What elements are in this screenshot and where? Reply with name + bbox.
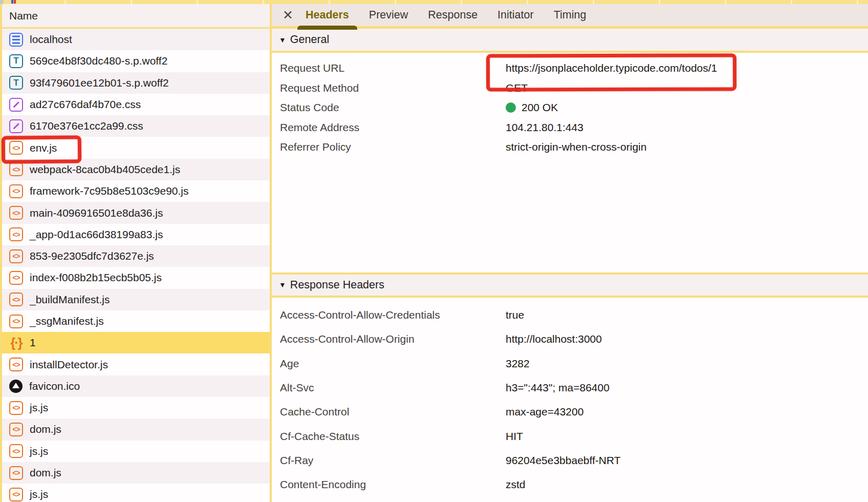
request-row-js[interactable]: <> framework-7c95b8e5103c9e90.js <box>2 180 270 202</box>
name-column-header[interactable]: Name <box>2 4 270 29</box>
general-section-header[interactable]: ▼ General <box>272 29 868 53</box>
json-fetch-icon: {·} <box>9 336 23 350</box>
header-row: Age 3282 <box>272 351 868 375</box>
script-icon: <> <box>9 292 23 306</box>
font-file-icon: T <box>9 76 23 90</box>
network-overview-strip[interactable] <box>0 0 868 4</box>
request-row-favicon[interactable]: favicon.ico <box>2 375 270 397</box>
request-row-js[interactable]: <> main-4096916501e8da36.js <box>2 202 270 223</box>
request-row-woff2[interactable]: T 569ce4b8f30dc480-s.p.woff2 <box>2 50 270 72</box>
request-row-js[interactable]: <> js.js <box>2 397 270 419</box>
script-icon: <> <box>9 488 23 501</box>
request-details-panel: ✕ Headers Preview Response Initiator Tim… <box>272 4 868 502</box>
script-icon: <> <box>9 358 23 371</box>
disclosure-triangle-icon: ▼ <box>279 36 286 44</box>
header-row: Access-Control-Allow-Origin http://local… <box>272 327 868 351</box>
request-name: ad27c676daf4b70e.css <box>30 98 141 111</box>
request-row-js[interactable]: <> _ssgManifest.js <box>2 310 270 332</box>
request-name: localhost <box>30 33 72 46</box>
request-row-js[interactable]: <> js.js <box>2 484 270 502</box>
request-row-js[interactable]: <> _app-0d1ac66d38199a83.js <box>2 224 270 245</box>
request-row-env-js[interactable]: <> env.js <box>2 137 270 158</box>
request-name: webpack-8cac0b4b405cede1.js <box>30 163 180 176</box>
request-name: 853-9e2305dfc7d3627e.js <box>30 250 154 262</box>
general-section-body: Request URL https://jsonplaceholder.typi… <box>272 53 868 157</box>
request-row-js[interactable]: <> 853-9e2305dfc7d3627e.js <box>2 245 270 267</box>
request-row-css[interactable]: 6170e376e1cc2a99.css <box>2 115 270 137</box>
script-icon: <> <box>9 206 23 220</box>
request-name: _ssgManifest.js <box>30 315 104 327</box>
general-section-title: General <box>290 33 330 46</box>
header-row: Access-Control-Allow-Credentials true <box>272 303 868 327</box>
details-tab-bar: ✕ Headers Preview Response Initiator Tim… <box>272 4 868 29</box>
header-row: Cf-Cache-Status HIT <box>272 424 868 448</box>
request-name: 93f479601ee12b01-s.p.woff2 <box>30 77 169 89</box>
devtools-network-panel: Name localhost T 569ce4b8f30dc480-s.p.wo… <box>0 0 868 502</box>
request-url-value: https://jsonplaceholder.typicode.com/tod… <box>506 62 717 74</box>
requests-list: localhost T 569ce4b8f30dc480-s.p.woff2 T… <box>2 29 270 502</box>
script-icon: <> <box>9 466 23 480</box>
request-row-localhost[interactable]: localhost <box>2 29 270 50</box>
document-icon <box>9 33 23 47</box>
script-icon: <> <box>9 271 23 285</box>
favicon-image-icon <box>9 380 23 393</box>
script-icon: <> <box>9 315 23 328</box>
request-name: 569ce4b8f30dc480-s.p.woff2 <box>30 55 167 67</box>
header-row-request-method: Request Method GET <box>272 78 868 98</box>
overview-red-tick <box>14 0 16 4</box>
request-row-1-selected[interactable]: {·} 1 <box>2 332 270 353</box>
disclosure-triangle-icon: ▼ <box>279 281 286 289</box>
script-icon: <> <box>9 444 23 458</box>
request-row-js[interactable]: <> dom.js <box>2 419 270 440</box>
script-icon: <> <box>9 401 23 415</box>
request-name: _buildManifest.js <box>30 294 110 306</box>
request-row-js[interactable]: <> installDetector.js <box>2 353 270 375</box>
request-name: main-4096916501e8da36.js <box>30 207 163 219</box>
tab-preview[interactable]: Preview <box>369 8 408 23</box>
request-name: 6170e376e1cc2a99.css <box>30 120 143 132</box>
overview-blue-tick <box>11 0 13 4</box>
request-name: installDetector.js <box>30 359 108 371</box>
request-row-js[interactable]: <> js.js <box>2 441 270 462</box>
request-row-js[interactable]: <> index-f008b2b15ecb5b05.js <box>2 267 270 288</box>
script-icon: <> <box>9 423 23 436</box>
request-name: js.js <box>30 488 48 500</box>
tab-response[interactable]: Response <box>428 8 478 23</box>
script-icon: <> <box>9 162 23 176</box>
script-icon: <> <box>9 184 23 198</box>
header-row: Cache-Control max-age=43200 <box>272 400 868 424</box>
tab-headers[interactable]: Headers <box>306 8 349 23</box>
script-icon: <> <box>9 227 23 241</box>
header-row: Alt-Svc h3=":443"; ma=86400 <box>272 375 868 400</box>
header-row: Cf-Ray 96204e5e3bbaebff-NRT <box>272 448 868 472</box>
tab-initiator[interactable]: Initiator <box>497 8 534 23</box>
request-name: js.js <box>30 402 48 414</box>
header-row-request-url: Request URL https://jsonplaceholder.typi… <box>272 58 868 78</box>
request-name: framework-7c95b8e5103c9e90.js <box>30 185 189 197</box>
request-row-css[interactable]: ad27c676daf4b70e.css <box>2 94 270 115</box>
status-ok-dot <box>506 102 516 113</box>
stylesheet-icon <box>9 119 23 133</box>
close-icon[interactable]: ✕ <box>283 9 293 22</box>
response-headers-section-header[interactable]: ▼ Response Headers <box>272 273 868 298</box>
overview-corner-chip <box>0 0 4 4</box>
name-column-label: Name <box>9 10 38 22</box>
request-row-js[interactable]: <> _buildManifest.js <box>2 289 270 310</box>
response-headers-section-title: Response Headers <box>290 279 384 291</box>
request-row-woff2[interactable]: T 93f479601ee12b01-s.p.woff2 <box>2 72 270 94</box>
tab-timing[interactable]: Timing <box>554 8 587 23</box>
request-name: 1 <box>30 337 36 349</box>
request-name: favicon.ico <box>29 380 80 392</box>
request-name: js.js <box>30 445 48 457</box>
header-row: Content-Encoding zstd <box>272 473 868 497</box>
stylesheet-icon <box>9 98 23 112</box>
header-row-status-code: Status Code 200 OK <box>272 98 868 118</box>
header-row-remote-address: Remote Address 104.21.80.1:443 <box>272 118 868 138</box>
request-row-js[interactable]: <> webpack-8cac0b4b405cede1.js <box>2 159 270 180</box>
requests-list-panel: Name localhost T 569ce4b8f30dc480-s.p.wo… <box>2 4 270 502</box>
font-file-icon: T <box>9 54 23 68</box>
request-name: dom.js <box>30 467 61 479</box>
header-row: Content-Type application/json; charset=u… <box>272 497 868 502</box>
request-name: _app-0d1ac66d38199a83.js <box>30 228 163 241</box>
request-row-js[interactable]: <> dom.js <box>2 462 270 484</box>
